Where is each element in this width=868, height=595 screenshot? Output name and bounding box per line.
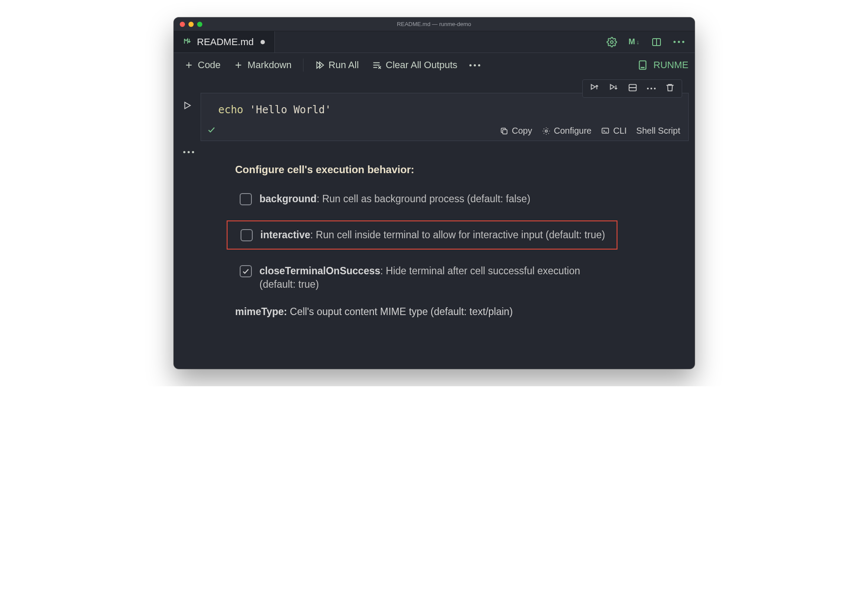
clear-outputs-label: Clear All Outputs: [386, 59, 457, 71]
svg-marker-18: [610, 85, 614, 89]
cell-language-label[interactable]: Shell Script: [636, 126, 680, 136]
cli-button[interactable]: CLI: [601, 126, 627, 136]
divider: [303, 59, 304, 72]
run-all-label: Run All: [329, 59, 359, 71]
add-markdown-button[interactable]: Markdown: [229, 59, 296, 71]
cell-row: echo 'Hello World' Copy Configure: [180, 93, 689, 153]
cell-gutter-more-icon[interactable]: [183, 151, 194, 153]
tab-strip: README.md M↓: [174, 31, 695, 53]
kernel-picker-button[interactable]: RUNME: [637, 59, 689, 71]
configure-button[interactable]: Configure: [542, 126, 592, 136]
delete-cell-icon[interactable]: [665, 83, 675, 94]
markdown-label-icon[interactable]: M↓: [629, 37, 640, 46]
cell-success-icon: [207, 125, 216, 136]
cell-floating-toolbar: [582, 79, 682, 98]
configure-heading: Configure cell's execution behavior:: [235, 164, 689, 176]
svg-rect-21: [502, 129, 507, 134]
option-background[interactable]: background: Run cell as background proce…: [235, 189, 689, 209]
more-toolbar-actions-icon[interactable]: [469, 64, 480, 66]
checkbox-interactive[interactable]: [241, 229, 253, 241]
split-cell-icon[interactable]: [628, 83, 637, 94]
tab-dirty-indicator: [261, 40, 265, 44]
editor-window: README.md — runme-demo README.md M↓ Code: [174, 17, 695, 369]
code-cell[interactable]: echo 'Hello World' Copy Configure: [201, 93, 689, 141]
more-tab-actions-icon[interactable]: [673, 41, 684, 43]
svg-marker-16: [185, 102, 190, 109]
svg-point-22: [545, 130, 547, 132]
cell-gutter: [180, 93, 195, 153]
run-above-icon[interactable]: [590, 83, 599, 94]
cell-more-icon[interactable]: [647, 88, 656, 89]
option-text: closeTerminalOnSuccess: Hide terminal af…: [260, 264, 616, 291]
option-mime-type: mimeType: Cell's ouput content MIME type…: [235, 306, 689, 318]
tab-readme[interactable]: README.md: [174, 31, 275, 53]
option-close-terminal[interactable]: closeTerminalOnSuccess: Hide terminal af…: [235, 261, 689, 295]
run-below-icon[interactable]: [609, 83, 618, 94]
svg-marker-17: [591, 85, 595, 89]
checkbox-background[interactable]: [240, 193, 252, 205]
cell-footer: Copy Configure CLI Shell Script: [201, 123, 688, 141]
kernel-label: RUNME: [653, 59, 689, 71]
markdown-icon: [183, 36, 193, 48]
copy-button[interactable]: Copy: [500, 126, 532, 136]
gear-icon[interactable]: [606, 36, 617, 48]
clear-outputs-button[interactable]: Clear All Outputs: [367, 59, 462, 71]
svg-point-0: [611, 41, 613, 43]
add-code-label: Code: [198, 59, 221, 71]
titlebar: README.md — runme-demo: [174, 17, 695, 31]
run-cell-icon[interactable]: [182, 101, 192, 112]
notebook-body: echo 'Hello World' Copy Configure: [174, 77, 695, 318]
split-editor-icon[interactable]: [651, 36, 662, 48]
code-content[interactable]: echo 'Hello World': [201, 93, 688, 123]
option-text: interactive: Run cell inside terminal to…: [261, 228, 605, 242]
tab-actions: M↓: [606, 31, 695, 53]
run-all-button[interactable]: Run All: [310, 59, 363, 71]
option-interactive[interactable]: interactive: Run cell inside terminal to…: [227, 220, 617, 250]
notebook-toolbar: Code Markdown Run All Clear All Outputs …: [174, 53, 695, 77]
tab-filename: README.md: [197, 36, 254, 48]
option-text: background: Run cell as background proce…: [260, 192, 531, 206]
svg-rect-15: [641, 67, 644, 68]
checkbox-close-terminal[interactable]: [240, 265, 252, 277]
add-markdown-label: Markdown: [248, 59, 291, 71]
window-title: README.md — runme-demo: [174, 21, 695, 27]
add-code-button[interactable]: Code: [180, 59, 225, 71]
configure-panel: Configure cell's execution behavior: bac…: [201, 164, 689, 318]
